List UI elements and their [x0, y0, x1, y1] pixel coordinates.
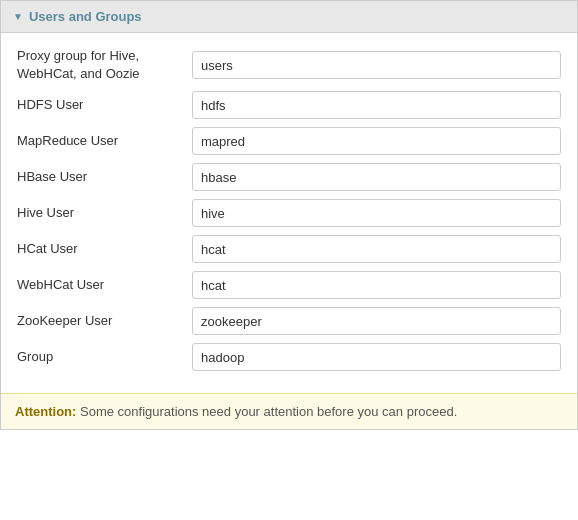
form-row: Group [17, 343, 561, 371]
proxy-group-input[interactable] [192, 51, 561, 79]
field-label-proxy-group-input: Proxy group for Hive, WebHCat, and Oozie [17, 47, 192, 83]
hcat-user-input[interactable] [192, 235, 561, 263]
hbase-user-input[interactable] [192, 163, 561, 191]
attention-message: Some configurations need your attention … [80, 404, 457, 419]
group-input[interactable] [192, 343, 561, 371]
form-row: ZooKeeper User [17, 307, 561, 335]
attention-label: Attention: [15, 404, 76, 419]
mapreduce-user-input[interactable] [192, 127, 561, 155]
form-row: HDFS User [17, 91, 561, 119]
attention-bar: Attention: Some configurations need your… [1, 393, 577, 429]
field-label-hcat-user-input: HCat User [17, 240, 192, 258]
hdfs-user-input[interactable] [192, 91, 561, 119]
field-label-mapreduce-user-input: MapReduce User [17, 132, 192, 150]
field-label-hdfs-user-input: HDFS User [17, 96, 192, 114]
hive-user-input[interactable] [192, 199, 561, 227]
form-row: WebHCat User [17, 271, 561, 299]
form-row: Hive User [17, 199, 561, 227]
webhcat-user-input[interactable] [192, 271, 561, 299]
field-label-webhcat-user-input: WebHCat User [17, 276, 192, 294]
field-label-hive-user-input: Hive User [17, 204, 192, 222]
form-area: Proxy group for Hive, WebHCat, and Oozie… [1, 33, 577, 393]
section-header: ▼ Users and Groups [1, 1, 577, 33]
chevron-down-icon: ▼ [13, 11, 23, 22]
section-title: Users and Groups [29, 9, 142, 24]
main-container: ▼ Users and Groups Proxy group for Hive,… [0, 0, 578, 430]
form-row: HBase User [17, 163, 561, 191]
form-row: MapReduce User [17, 127, 561, 155]
form-row: Proxy group for Hive, WebHCat, and Oozie [17, 47, 561, 83]
field-label-group-input: Group [17, 348, 192, 366]
field-label-hbase-user-input: HBase User [17, 168, 192, 186]
zookeeper-user-input[interactable] [192, 307, 561, 335]
form-row: HCat User [17, 235, 561, 263]
field-label-zookeeper-user-input: ZooKeeper User [17, 312, 192, 330]
